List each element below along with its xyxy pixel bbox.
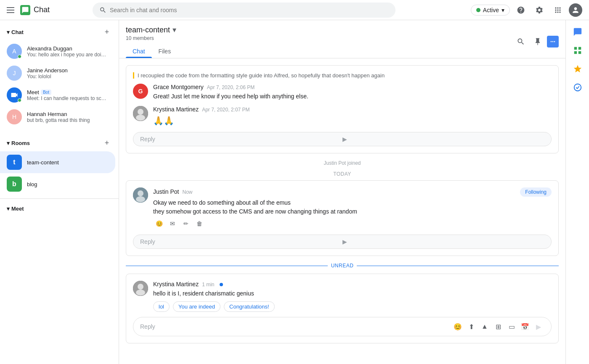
thread-card-1: I recoupled the code from the formatting… (126, 65, 559, 153)
avatar-krystina-2 (133, 281, 148, 296)
reply-input-3[interactable]: Reply 😊 ⬆ ▲ ⊞ ▭ 📅 ▶ (133, 317, 552, 336)
unread-dot (220, 283, 223, 286)
meet-chevron: ▾ (7, 206, 10, 212)
avatar-janine: J (7, 66, 22, 81)
active-dot (476, 8, 480, 12)
justin-line-2: they somehow got access to the CMS and a… (153, 207, 552, 216)
search-input[interactable] (110, 7, 389, 13)
chat-header: team-content ▾ 10 members Chat Files (119, 20, 565, 58)
svg-point-8 (136, 290, 145, 295)
item-info-team-content: team-content (27, 159, 109, 166)
reaction-you-are-indeed[interactable]: You are indeed (173, 301, 220, 312)
chat-area: team-content ▾ 10 members Chat Files (119, 20, 565, 364)
format-button[interactable]: ▲ (479, 321, 491, 332)
svg-rect-12 (578, 51, 581, 54)
reaction-congratulations[interactable]: Congratulations! (224, 301, 275, 312)
room-dropdown-icon[interactable]: ▾ (172, 25, 176, 34)
unread-divider: UNREAD (126, 263, 559, 269)
app-title: Chat (34, 5, 50, 14)
bot-online-dot (18, 98, 21, 102)
joined-notice: Justin Pot joined (126, 160, 559, 166)
item-info-hannah: Hannah Herman but brb, gotta read this t… (27, 111, 109, 123)
right-icon-star[interactable] (569, 61, 586, 77)
chat-section-header[interactable]: ▾ Chat + (0, 24, 119, 40)
emoji-reaction-button[interactable]: 😊 (153, 218, 165, 229)
msg-content-grace: Grace Montgomery Apr 7, 2020, 2:06 PM Gr… (153, 84, 552, 101)
send-icon-1: ▶ (342, 136, 545, 142)
emoji-button[interactable]: 😊 (452, 321, 464, 332)
reply-toolbar: 😊 ⬆ ▲ ⊞ ▭ 📅 ▶ (452, 321, 544, 332)
room-name-title: team-content (126, 26, 170, 34)
reaction-lol[interactable]: lol (153, 301, 170, 312)
svg-point-4 (138, 190, 143, 196)
sidebar-item-meet[interactable]: Meet Bot Meet: I can handle requests to … (0, 84, 115, 106)
video-button[interactable]: ▭ (506, 321, 517, 332)
help-icon[interactable] (513, 3, 528, 18)
message-actions-justin: 😊 ✉ ✏ 🗑 (153, 218, 552, 229)
svg-rect-10 (578, 47, 581, 50)
edit-button[interactable]: ✏ (180, 218, 192, 229)
meet-section: ▾ Meet (0, 198, 119, 219)
user-avatar[interactable] (569, 3, 582, 17)
pin-icon[interactable] (530, 34, 545, 49)
search-icon (99, 6, 106, 14)
justin-line-1: Okay we need to do something about all o… (153, 198, 552, 207)
reaction-chips: lol You are indeed Congratulations! (153, 301, 552, 312)
topbar: Chat Active ▾ (0, 0, 589, 20)
sidebar-item-hannah[interactable]: H Hannah Herman but brb, gotta read this… (0, 106, 115, 128)
forward-button[interactable]: ✉ (167, 218, 178, 229)
avatar-meet (7, 87, 22, 103)
avatar-alexandra: A (7, 44, 22, 59)
msg-content-krystina-1: Krystina Martinez Apr 7, 2020, 2:07 PM 🙏… (153, 106, 552, 127)
search-bar[interactable] (93, 3, 395, 18)
svg-point-5 (136, 196, 145, 202)
tab-files[interactable]: Files (152, 45, 178, 58)
settings-icon[interactable] (532, 3, 547, 18)
reply-input-2[interactable]: Reply ▶ (133, 235, 552, 249)
msg-content-justin: Justin Pot Now Following Okay we need to… (153, 187, 552, 229)
meet-section-title: ▾ Meet (7, 206, 24, 212)
online-indicator (18, 55, 21, 58)
more-options-icon[interactable] (547, 36, 559, 47)
calendar-button[interactable]: 📅 (519, 321, 531, 332)
sidebar-item-team-content[interactable]: t team-content (0, 151, 115, 173)
delete-button[interactable]: 🗑 (194, 218, 205, 229)
rooms-section-header[interactable]: ▾ Rooms + (0, 135, 119, 151)
chat-search-icon[interactable] (513, 34, 528, 49)
thread-card-2: Justin Pot Now Following Okay we need to… (126, 180, 559, 256)
active-dropdown-icon: ▾ (501, 7, 504, 13)
upload-button[interactable]: ⬆ (465, 321, 477, 332)
avatar-krystina-1 (133, 106, 148, 121)
app-logo (20, 5, 30, 15)
active-status-button[interactable]: Active ▾ (471, 5, 510, 16)
right-icon-chat[interactable] (569, 24, 586, 40)
main-layout: ▾ Chat + A Alexandra Duggan You: hello a… (0, 20, 589, 364)
sidebar-item-alexandra[interactable]: A Alexandra Duggan You: hello alex i hop… (0, 40, 115, 62)
send-button-3[interactable]: ▶ (533, 321, 544, 332)
apps-icon[interactable] (550, 3, 565, 18)
item-info-alexandra: Alexandra Duggan You: hello alex i hope … (27, 45, 109, 58)
item-info-blog: blog (27, 181, 109, 187)
chat-chevron: ▾ (7, 29, 10, 35)
message-grace: G Grace Montgomery Apr 7, 2020, 2:06 PM … (133, 84, 552, 101)
svg-point-1 (138, 109, 143, 115)
reply-input-1[interactable]: Reply ▶ (133, 132, 552, 146)
messages-area[interactable]: I recoupled the code from the formatting… (119, 58, 565, 364)
item-info-meet: Meet Bot Meet: I can handle requests to … (27, 89, 109, 101)
menu-icon[interactable] (7, 5, 17, 15)
message-krystina-2: Krystina Martinez 1 min hello it is I, r… (133, 281, 552, 312)
topbar-right: Active ▾ (471, 3, 582, 18)
insert-button[interactable]: ⊞ (492, 321, 504, 332)
add-room-button[interactable]: + (102, 138, 112, 148)
send-icon-2: ▶ (342, 238, 545, 245)
thread-card-3: Krystina Martinez 1 min hello it is I, r… (126, 274, 559, 343)
right-icon-grid[interactable] (569, 42, 586, 59)
right-icon-check[interactable] (569, 79, 586, 96)
tab-chat[interactable]: Chat (126, 45, 152, 58)
sidebar-item-blog[interactable]: b blog (0, 173, 115, 195)
sidebar-item-janine[interactable]: J Janine Anderson You: lololol (0, 62, 115, 84)
truncated-message: I recoupled the code from the formatting… (133, 72, 552, 79)
chat-section: ▾ Chat + A Alexandra Duggan You: hello a… (0, 20, 119, 131)
add-chat-button[interactable]: + (102, 27, 112, 37)
meet-section-header[interactable]: ▾ Meet (0, 202, 119, 215)
